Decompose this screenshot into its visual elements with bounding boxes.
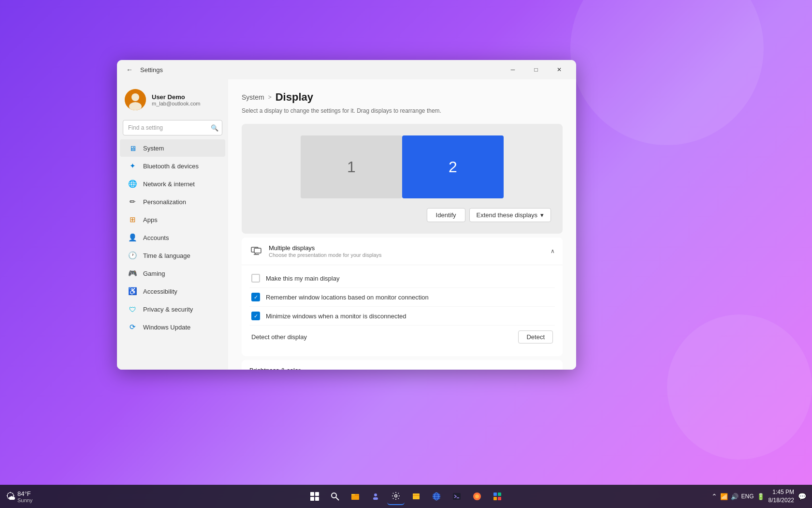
system-tray: ⌃ 📶 🔊 ENG 🔋 (711, 493, 765, 500)
page-title: Display (276, 91, 313, 104)
svg-line-14 (336, 497, 339, 500)
weather-temp: 84°F (17, 490, 32, 497)
nav-label-bluetooth: Bluetooth & devices (143, 163, 199, 170)
breadcrumb: System > Display (242, 91, 563, 104)
teams-button[interactable] (367, 488, 384, 505)
page-subtitle: Select a display to change the settings … (242, 107, 563, 114)
file-manager-button[interactable] (407, 488, 425, 505)
lang-indicator[interactable]: ENG (741, 493, 754, 500)
svg-rect-33 (493, 497, 497, 500)
search-icon: 🔍 (211, 124, 218, 132)
nav-icon-apps: ⊞ (128, 215, 137, 224)
weather-icon: 🌤 (6, 491, 15, 502)
sidebar-item-accounts[interactable]: 👤 Accounts (120, 229, 225, 246)
svg-point-1 (131, 93, 139, 101)
volume-icon[interactable]: 🔊 (731, 493, 739, 500)
svg-rect-4 (254, 248, 261, 253)
weather-widget[interactable]: 🌤 84°F Sunny (6, 490, 32, 503)
nav-icon-personalization: ✏ (128, 197, 137, 207)
brightness-section[interactable]: Brightness & color (242, 360, 563, 370)
nav-label-gaming: Gaming (143, 270, 165, 277)
checkbox-remember-locations[interactable]: ✓ (251, 293, 260, 301)
taskbar-time: 1:45 PM (768, 488, 794, 496)
display-monitors: 1 2 (301, 135, 504, 198)
breadcrumb-parent[interactable]: System (242, 93, 264, 101)
extend-label: Extend these displays (477, 211, 537, 219)
nav-label-network: Network & internet (143, 180, 195, 188)
option-minimize-windows: ✓ Minimize windows when a monitor is dis… (249, 306, 555, 325)
nav-icon-system: 🖥 (128, 143, 137, 153)
svg-rect-16 (351, 494, 355, 495)
extend-button[interactable]: Extend these displays ▾ (469, 208, 551, 222)
clock-widget[interactable]: 1:45 PM 8/18/2022 (768, 488, 794, 505)
sidebar-item-time[interactable]: 🕐 Time & language (120, 247, 225, 264)
detect-row: Detect other display Detect (249, 325, 555, 348)
nav-icon-network: 🌐 (128, 179, 137, 189)
nav-label-update: Windows Update (143, 324, 190, 331)
section-title-multiple-displays: Multiple displays (269, 244, 551, 252)
svg-rect-9 (310, 492, 314, 496)
back-button[interactable]: ← (123, 63, 136, 76)
maximize-button[interactable]: □ (525, 62, 547, 77)
taskbar: 🌤 84°F Sunny (0, 485, 812, 508)
sidebar-item-network[interactable]: 🌐 Network & internet (120, 175, 225, 193)
settings-taskbar-button[interactable] (387, 488, 405, 505)
nav-icon-accounts: 👤 (128, 233, 137, 242)
search-input[interactable] (123, 120, 222, 135)
store-button[interactable] (489, 488, 506, 505)
svg-point-30 (475, 494, 479, 498)
option-main-display: Make this my main display (249, 269, 555, 287)
svg-point-17 (374, 493, 377, 496)
svg-rect-10 (315, 492, 319, 496)
nav-label-personalization: Personalization (143, 198, 186, 206)
section-header-multiple-displays[interactable]: Multiple displays Choose the presentatio… (242, 238, 563, 265)
nav-label-privacy: Privacy & security (143, 306, 193, 313)
nav-icon-privacy: 🛡 (128, 304, 137, 314)
svg-rect-18 (373, 497, 378, 500)
taskbar-search-button[interactable] (326, 488, 344, 505)
nav-label-time: Time & language (143, 252, 190, 259)
nav-label-system: System (143, 145, 164, 152)
svg-rect-12 (315, 497, 319, 501)
chevron-down-icon: ▾ (540, 211, 544, 219)
chevron-up-icon[interactable]: ⌃ (711, 493, 717, 500)
nav-icon-update: ⟳ (128, 322, 137, 332)
minimize-button[interactable]: ─ (502, 62, 524, 77)
user-profile[interactable]: User Demo m_lab@outlook.com (117, 83, 228, 120)
option-remember-locations: ✓ Remember window locations based on mon… (249, 287, 555, 306)
file-explorer-button[interactable] (347, 488, 364, 505)
notification-icon[interactable]: 💬 (798, 493, 806, 500)
monitor-2[interactable]: 2 (402, 135, 504, 198)
firefox-button[interactable] (468, 488, 486, 505)
sidebar-item-personalization[interactable]: ✏ Personalization (120, 193, 225, 210)
terminal-button[interactable] (448, 488, 465, 505)
nav-icon-accessibility: ♿ (128, 286, 137, 296)
svg-rect-31 (493, 493, 497, 496)
sidebar: User Demo m_lab@outlook.com 🔍 🖥 System ✦… (117, 79, 228, 370)
taskbar-right: ⌃ 📶 🔊 ENG 🔋 1:45 PM 8/18/2022 💬 (711, 488, 806, 505)
battery-icon[interactable]: 🔋 (757, 493, 765, 500)
label-minimize-windows: Minimize windows when a monitor is disco… (266, 313, 406, 320)
checkbox-minimize-windows[interactable]: ✓ (251, 312, 260, 320)
sidebar-item-bluetooth[interactable]: ✦ Bluetooth & devices (120, 157, 225, 175)
svg-point-19 (395, 495, 397, 497)
detect-button[interactable]: Detect (518, 330, 553, 344)
checkbox-main-display[interactable] (251, 274, 260, 283)
sidebar-item-apps[interactable]: ⊞ Apps (120, 211, 225, 228)
svg-rect-11 (310, 497, 314, 501)
taskbar-date: 8/18/2022 (768, 496, 794, 505)
sidebar-item-accessibility[interactable]: ♿ Accessibility (120, 283, 225, 300)
sidebar-item-system[interactable]: 🖥 System (120, 139, 225, 157)
identify-button[interactable]: Identify (427, 208, 465, 222)
browser-button[interactable] (428, 488, 445, 505)
start-button[interactable] (306, 488, 323, 505)
sidebar-item-update[interactable]: ⟳ Windows Update (120, 318, 225, 336)
close-button[interactable]: ✕ (548, 62, 570, 77)
monitor-1[interactable]: 1 (301, 135, 402, 198)
network-icon[interactable]: 📶 (720, 493, 728, 500)
window-title: Settings (140, 66, 163, 74)
settings-window: ← Settings ─ □ ✕ User Demo (117, 60, 576, 370)
svg-rect-34 (498, 497, 501, 500)
sidebar-item-privacy[interactable]: 🛡 Privacy & security (120, 300, 225, 318)
sidebar-item-gaming[interactable]: 🎮 Gaming (120, 265, 225, 282)
